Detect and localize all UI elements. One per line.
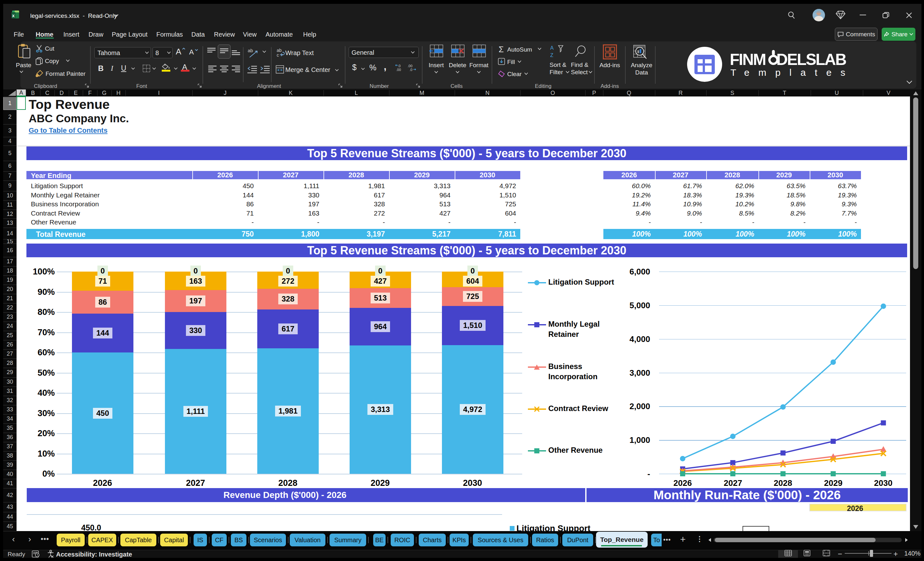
svg-text:ab: ab (277, 48, 282, 53)
svg-text:A: A (550, 45, 554, 51)
svg-text:c: c (277, 52, 279, 57)
svg-text:.00: .00 (396, 68, 401, 72)
svg-text:.0: .0 (398, 64, 400, 68)
svg-text:Z: Z (550, 52, 554, 58)
svg-text:ab: ab (248, 48, 253, 53)
svg-text:x: x (12, 13, 15, 18)
svg-text:.00: .00 (408, 64, 412, 68)
svg-text:.0: .0 (410, 68, 412, 72)
